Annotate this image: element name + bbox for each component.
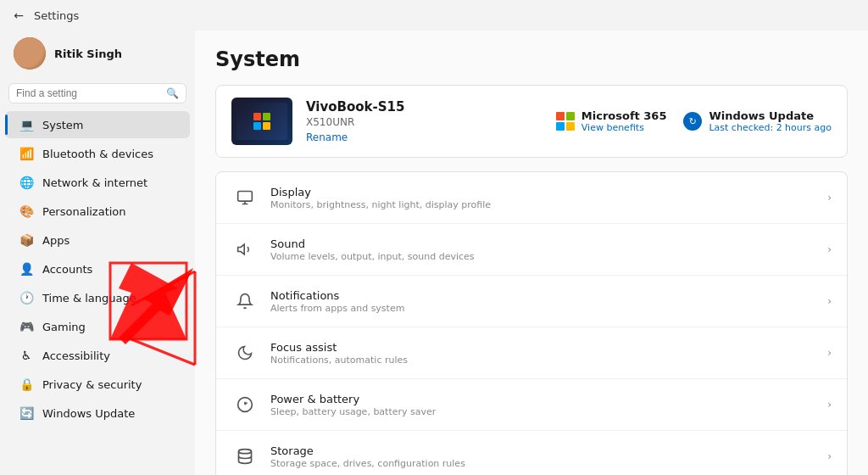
sound-desc: Volume levels, output, input, sound devi…	[270, 251, 815, 262]
nav-label-accounts: Accounts	[42, 263, 92, 276]
device-name: VivoBook-S15	[306, 99, 542, 115]
notifications-desc: Alerts from apps and system	[270, 303, 815, 314]
storage-desc: Storage space, drives, configuration rul…	[270, 458, 815, 469]
nav-item-accessibility[interactable]: ♿ Accessibility	[5, 342, 190, 369]
power-chevron: ›	[827, 399, 832, 411]
settings-list: Display Monitors, brightness, night ligh…	[215, 171, 848, 475]
storage-text: Storage Storage space, drives, configura…	[270, 444, 815, 469]
privacy-icon: 🔒	[19, 377, 34, 392]
apps-icon: 📦	[19, 232, 34, 248]
focus-desc: Notifications, automatic rules	[270, 355, 815, 366]
nav-label-time: Time & language	[42, 292, 136, 305]
settings-item-focus[interactable]: Focus assist Notifications, automatic ru…	[216, 327, 847, 379]
search-input[interactable]	[16, 87, 161, 99]
ms365-text: Microsoft 365 View benefits	[581, 109, 667, 133]
gaming-icon: 🎮	[19, 319, 34, 334]
title-bar-text: Settings	[34, 9, 79, 22]
ms365-icon	[556, 112, 575, 131]
sidebar: Ritik Singh 🔍 💻 System 📶 Bluetooth & dev…	[0, 31, 195, 475]
settings-item-display[interactable]: Display Monitors, brightness, night ligh…	[216, 172, 847, 224]
nav-item-network[interactable]: 🌐 Network & internet	[5, 169, 190, 196]
device-actions: Microsoft 365 View benefits ↻ Windows Up…	[556, 109, 832, 133]
device-thumbnail	[231, 98, 292, 145]
focus-chevron: ›	[827, 347, 832, 359]
storage-chevron: ›	[827, 450, 832, 462]
bluetooth-icon: 📶	[19, 146, 34, 161]
power-text: Power & battery Sleep, battery usage, ba…	[270, 393, 815, 417]
focus-text: Focus assist Notifications, automatic ru…	[270, 341, 815, 366]
windows-update-title: Windows Update	[709, 109, 832, 122]
display-icon	[231, 184, 259, 211]
notifications-text: Notifications Alerts from apps and syste…	[270, 289, 815, 314]
focus-icon	[231, 339, 259, 366]
windows-update-action: ↻ Windows Update Last checked: 2 hours a…	[683, 109, 832, 133]
storage-icon	[231, 443, 259, 470]
focus-title: Focus assist	[270, 341, 815, 354]
nav-item-accounts[interactable]: 👤 Accounts	[5, 255, 190, 282]
avatar	[14, 37, 46, 70]
svg-point-7	[239, 450, 252, 454]
settings-item-notifications[interactable]: Notifications Alerts from apps and syste…	[216, 276, 847, 327]
device-info: VivoBook-S15 X510UNR Rename	[306, 99, 542, 144]
sound-title: Sound	[270, 238, 815, 250]
sound-icon	[231, 236, 259, 263]
settings-item-sound[interactable]: Sound Volume levels, output, input, soun…	[216, 224, 847, 276]
device-card: VivoBook-S15 X510UNR Rename Microsoft	[215, 85, 848, 158]
update-icon: 🔄	[19, 405, 34, 421]
nav-item-apps[interactable]: 📦 Apps	[5, 226, 190, 254]
display-desc: Monitors, brightness, night light, displ…	[270, 199, 815, 210]
device-model: X510UNR	[306, 116, 542, 128]
device-rename-button[interactable]: Rename	[306, 131, 348, 143]
power-desc: Sleep, battery usage, battery saver	[270, 406, 815, 417]
time-icon: 🕐	[19, 290, 34, 305]
settings-item-power[interactable]: Power & battery Sleep, battery usage, ba…	[216, 379, 847, 431]
nav-label-personalization: Personalization	[42, 205, 126, 218]
nav-item-bluetooth[interactable]: 📶 Bluetooth & devices	[5, 140, 190, 167]
sound-text: Sound Volume levels, output, input, soun…	[270, 238, 815, 262]
user-profile[interactable]: Ritik Singh	[0, 31, 195, 80]
back-button[interactable]: ←	[10, 7, 27, 24]
power-title: Power & battery	[270, 393, 815, 405]
display-title: Display	[270, 186, 815, 198]
display-text: Display Monitors, brightness, night ligh…	[270, 186, 815, 210]
network-icon: 🌐	[19, 175, 34, 190]
nav-label-gaming: Gaming	[42, 321, 86, 333]
app-container: ← Settings Ritik Singh 🔍 💻 System	[0, 0, 868, 475]
page-title: System	[215, 48, 848, 71]
nav-label-bluetooth: Bluetooth & devices	[42, 148, 153, 160]
personalization-icon: 🎨	[19, 204, 34, 219]
nav-label-network: Network & internet	[42, 176, 147, 189]
nav-label-privacy: Privacy & security	[42, 378, 142, 391]
search-box[interactable]: 🔍	[8, 83, 186, 103]
nav-item-gaming[interactable]: 🎮 Gaming	[5, 313, 190, 340]
display-chevron: ›	[827, 192, 832, 204]
notifications-title: Notifications	[270, 289, 815, 302]
windows-update-icon: ↻	[683, 112, 702, 131]
user-name: Ritik Singh	[54, 48, 122, 60]
main-layout: Ritik Singh 🔍 💻 System 📶 Bluetooth & dev…	[0, 31, 868, 475]
ms365-title: Microsoft 365	[581, 109, 667, 122]
search-icon: 🔍	[166, 87, 179, 99]
nav-item-system[interactable]: 💻 System	[5, 111, 190, 138]
windows-logo	[253, 113, 270, 130]
accounts-icon: 👤	[19, 261, 34, 277]
accessibility-icon: ♿	[19, 348, 34, 363]
nav-item-privacy[interactable]: 🔒 Privacy & security	[5, 371, 190, 398]
nav-item-update[interactable]: 🔄 Windows Update	[5, 400, 190, 427]
nav-label-apps: Apps	[42, 234, 70, 247]
nav-label-update: Windows Update	[42, 407, 135, 420]
nav-label-system: System	[42, 119, 83, 131]
ms365-subtitle[interactable]: View benefits	[581, 122, 667, 133]
svg-rect-0	[238, 192, 253, 202]
nav-item-personalization[interactable]: 🎨 Personalization	[5, 198, 190, 225]
power-icon	[231, 391, 259, 418]
settings-item-storage[interactable]: Storage Storage space, drives, configura…	[216, 431, 847, 475]
notifications-icon	[231, 288, 259, 315]
sound-chevron: ›	[827, 243, 832, 255]
ms365-action: Microsoft 365 View benefits	[556, 109, 667, 133]
nav-label-accessibility: Accessibility	[42, 349, 110, 362]
laptop-screen	[236, 103, 287, 140]
windows-update-subtitle: Last checked: 2 hours ago	[709, 122, 832, 133]
content-area: System VivoBook-S15 X510UNR	[195, 31, 868, 475]
nav-item-time[interactable]: 🕐 Time & language	[5, 284, 190, 311]
